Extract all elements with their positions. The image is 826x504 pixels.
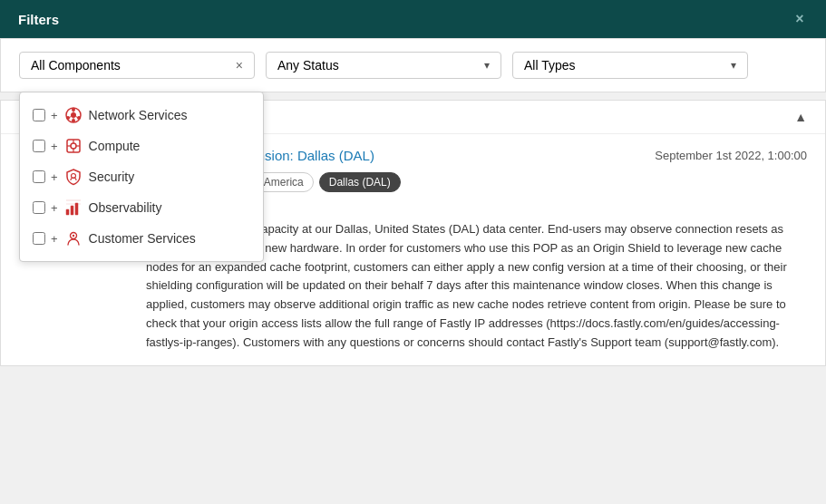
- components-filter-clear[interactable]: ×: [236, 58, 243, 73]
- components-filter-label: All Components: [31, 58, 121, 73]
- dropdown-item-security[interactable]: + Security: [20, 161, 263, 192]
- observability-icon: [63, 198, 83, 218]
- status-chevron-icon: ▾: [484, 59, 490, 72]
- checkbox-security[interactable]: [33, 170, 45, 183]
- network-services-icon: [63, 105, 83, 125]
- compute-icon: [63, 136, 83, 156]
- expand-security[interactable]: +: [51, 170, 58, 184]
- svg-rect-17: [66, 209, 69, 215]
- checkbox-observability[interactable]: [33, 201, 45, 214]
- dropdown-item-network[interactable]: + Network Services: [20, 100, 263, 131]
- svg-line-9: [75, 117, 77, 118]
- customer-services-icon: [63, 228, 83, 248]
- expand-compute[interactable]: +: [51, 140, 58, 153]
- expand-customer-services[interactable]: +: [51, 232, 58, 246]
- filter-controls-row: All Components × Any Status ▾ All Types …: [0, 38, 826, 92]
- svg-line-8: [69, 117, 71, 118]
- security-icon: [63, 167, 83, 187]
- status-filter-label: Any Status: [277, 58, 339, 73]
- network-services-label: Network Services: [89, 108, 188, 122]
- svg-point-5: [77, 116, 81, 120]
- customer-services-label: Customer Services: [89, 231, 196, 246]
- expand-network[interactable]: +: [51, 109, 58, 122]
- filters-title: Filters: [18, 12, 59, 27]
- svg-point-11: [71, 143, 76, 149]
- checkbox-customer-services[interactable]: [33, 232, 45, 245]
- dropdown-item-observability[interactable]: + Observability: [20, 192, 263, 223]
- types-filter-select[interactable]: All Types ▾: [512, 52, 748, 79]
- components-dropdown-panel: + Network Services +: [19, 92, 264, 262]
- tag-dallas[interactable]: Dallas (DAL): [319, 172, 401, 192]
- observability-label: Observability: [89, 200, 162, 215]
- filters-bar: Filters ×: [0, 0, 826, 38]
- svg-point-4: [66, 116, 70, 120]
- components-filter-select[interactable]: All Components ×: [19, 52, 255, 79]
- dropdown-item-customer-services[interactable]: + Customer Services: [20, 223, 263, 254]
- filters-close-button[interactable]: ×: [792, 11, 808, 27]
- checkbox-network[interactable]: [33, 109, 45, 121]
- svg-point-26: [72, 235, 73, 237]
- checkbox-compute[interactable]: [33, 140, 45, 152]
- svg-rect-18: [71, 206, 73, 215]
- svg-rect-19: [75, 203, 78, 215]
- svg-point-1: [71, 112, 76, 118]
- security-label: Security: [89, 170, 135, 184]
- svg-point-3: [72, 119, 75, 122]
- section-toggle-button[interactable]: ▲: [794, 110, 807, 124]
- event-timestamp: September 1st 2022, 1:00:00: [655, 147, 807, 162]
- dropdown-item-compute[interactable]: + Compute: [20, 131, 263, 161]
- compute-label: Compute: [89, 139, 141, 153]
- svg-point-2: [72, 108, 75, 111]
- types-chevron-icon: ▾: [731, 59, 736, 72]
- expand-observability[interactable]: +: [51, 201, 58, 215]
- types-filter-label: All Types: [524, 58, 576, 73]
- status-filter-select[interactable]: Any Status ▾: [266, 52, 501, 79]
